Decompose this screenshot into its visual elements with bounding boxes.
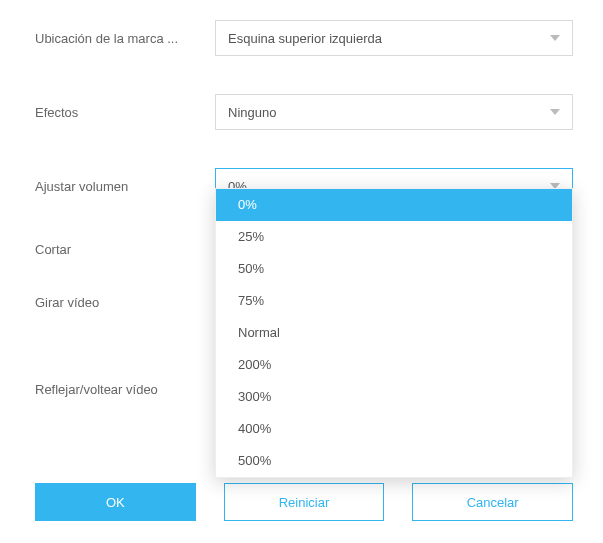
label-volume: Ajustar volumen xyxy=(35,179,215,194)
dropdown-option-50[interactable]: 50% xyxy=(216,253,572,285)
dropdown-option-normal[interactable]: Normal xyxy=(216,317,572,349)
select-value: Ninguno xyxy=(228,105,276,120)
footer-buttons: OK Reiniciar Cancelar xyxy=(35,483,573,521)
select-value: Esquina superior izquierda xyxy=(228,31,382,46)
chevron-down-icon xyxy=(550,35,560,41)
label-crop: Cortar xyxy=(35,242,215,257)
cancel-button[interactable]: Cancelar xyxy=(412,483,573,521)
select-watermark-position[interactable]: Esquina superior izquierda xyxy=(215,20,573,56)
dropdown-option-75[interactable]: 75% xyxy=(216,285,572,317)
reset-button[interactable]: Reiniciar xyxy=(224,483,385,521)
chevron-down-icon xyxy=(550,109,560,115)
volume-dropdown: 0% 25% 50% 75% Normal 200% 300% 400% 500… xyxy=(215,188,573,478)
label-watermark-position: Ubicación de la marca ... xyxy=(35,31,215,46)
row-watermark-position: Ubicación de la marca ... Esquina superi… xyxy=(35,20,573,56)
label-rotate: Girar vídeo xyxy=(35,295,215,310)
dropdown-option-200[interactable]: 200% xyxy=(216,349,572,381)
label-flip: Reflejar/voltear vídeo xyxy=(35,382,215,397)
dropdown-option-300[interactable]: 300% xyxy=(216,381,572,413)
label-effects: Efectos xyxy=(35,105,215,120)
dropdown-option-400[interactable]: 400% xyxy=(216,413,572,445)
dropdown-option-0[interactable]: 0% xyxy=(216,189,572,221)
ok-button[interactable]: OK xyxy=(35,483,196,521)
dropdown-option-500[interactable]: 500% xyxy=(216,445,572,477)
select-effects[interactable]: Ninguno xyxy=(215,94,573,130)
row-effects: Efectos Ninguno xyxy=(35,94,573,130)
dropdown-option-25[interactable]: 25% xyxy=(216,221,572,253)
